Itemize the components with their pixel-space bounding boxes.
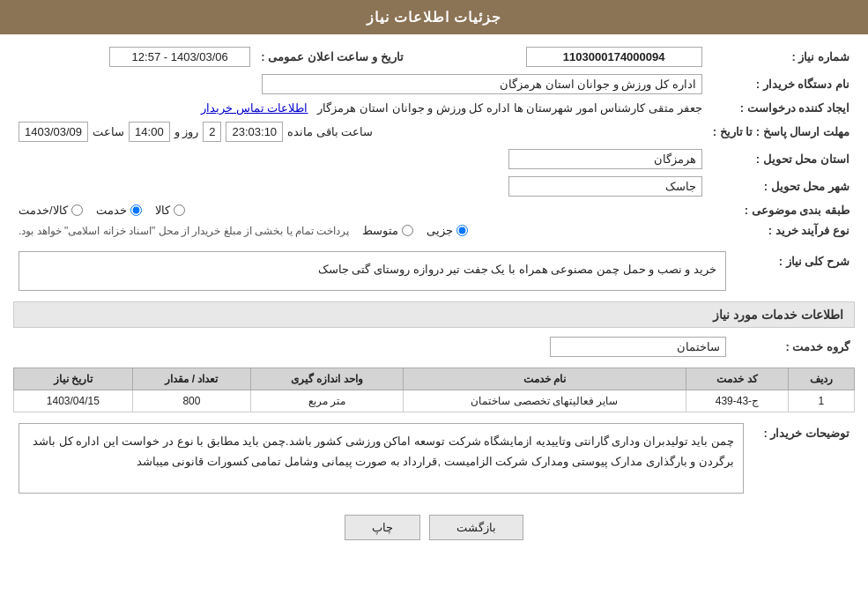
tabaqe-kala-label: کالا bbox=[155, 204, 170, 217]
mohlat-date-box: 1403/03/09 bbox=[19, 122, 88, 142]
page-header: جزئیات اطلاعات نیاز bbox=[0, 0, 868, 34]
mohlat-roz-label: روز و bbox=[174, 125, 199, 138]
nov-radio-group: پرداخت تمام یا بخشی از مبلغ خریدار از مح… bbox=[19, 224, 702, 237]
nam-dastgah-value: اداره کل ورزش و جوانان استان هرمزگان bbox=[13, 71, 708, 98]
mohlat-label: مهلت ارسال پاسخ : تا تاریخ : bbox=[708, 118, 855, 145]
nov-jazii-item: جزیی bbox=[427, 224, 468, 237]
notes-text: چمن باید تولیدبران وداری گارانتی وتاییدی… bbox=[33, 434, 734, 468]
nov-label: نوع فرآیند خرید : bbox=[708, 220, 855, 241]
sharh-text: خرید و نصب و حمل چمن مصنوعی همراه با یک … bbox=[318, 263, 716, 276]
nov-description: پرداخت تمام یا بخشی از مبلغ خریدار از مح… bbox=[19, 225, 349, 237]
sharh-box: خرید و نصب و حمل چمن مصنوعی همراه با یک … bbox=[19, 251, 726, 291]
tabaqe-kala-radio[interactable] bbox=[174, 204, 185, 216]
tabaqe-label: طبقه بندی موضوعی : bbox=[708, 200, 855, 220]
col-kod: کد خدمت bbox=[686, 368, 788, 390]
ostan-label: استان محل تحویل : bbox=[708, 145, 855, 173]
group-table: گروه خدمت : ساختمان bbox=[13, 333, 855, 360]
tabaqe-kala-khadamat-radio[interactable] bbox=[71, 204, 83, 216]
cell-tarikh: 1403/04/15 bbox=[14, 390, 133, 412]
cell-tedad: 800 bbox=[132, 390, 251, 412]
col-radif: ردیف bbox=[788, 368, 854, 390]
mohlat-day-box: 2 bbox=[203, 122, 221, 142]
nov-motavasset-label: متوسط bbox=[362, 224, 398, 237]
nov-value: پرداخت تمام یا بخشی از مبلغ خریدار از مح… bbox=[13, 220, 708, 241]
tarikh-value: 1403/03/06 - 12:57 bbox=[13, 43, 256, 71]
col-nam: نام خدمت bbox=[403, 368, 686, 390]
shahr-box: جاسک bbox=[508, 176, 702, 197]
notes-table: توضیحات خریدار : چمن باید تولیدبران ودار… bbox=[13, 420, 855, 497]
cell-nam: سایر فعالیتهای تخصصی ساختمان bbox=[403, 390, 686, 412]
header-title: جزئیات اطلاعات نیاز bbox=[367, 10, 502, 25]
ijad-label: ایجاد کننده درخواست : bbox=[708, 98, 855, 118]
mohlat-remaining-box: 23:03:10 bbox=[226, 122, 283, 142]
cell-radif: 1 bbox=[788, 390, 854, 412]
sharh-value-cell: خرید و نصب و حمل چمن مصنوعی همراه با یک … bbox=[13, 248, 731, 294]
mohlat-remaining-label: ساعت باقی مانده bbox=[287, 125, 373, 138]
ijad-link[interactable]: اطلاعات تماس خریدار bbox=[201, 101, 308, 115]
ostan-value: هرمزگان bbox=[13, 145, 708, 173]
tabaqe-kala-khadamat-item: کالا/خدمت bbox=[19, 204, 83, 217]
page-wrapper: جزئیات اطلاعات نیاز شماره نیاز : 1103000… bbox=[0, 0, 868, 609]
group-box: ساختمان bbox=[550, 337, 726, 357]
mohlat-time-row: 1403/03/09 ساعت 14:00 روز و 2 23:03:10 س… bbox=[19, 122, 702, 142]
sharh-table: شرح کلی نیاز : خرید و نصب و حمل چمن مصنو… bbox=[13, 248, 855, 294]
tarikh-box: 1403/03/06 - 12:57 bbox=[109, 47, 250, 67]
group-value-cell: ساختمان bbox=[13, 333, 731, 360]
chap-button[interactable]: چاپ bbox=[345, 515, 420, 540]
nov-motavasset-radio[interactable] bbox=[402, 225, 413, 236]
tarikh-label: تاریخ و ساعت اعلان عمومی : bbox=[256, 43, 408, 71]
nov-motavasset-item: متوسط bbox=[362, 224, 413, 237]
tabaqe-kala-khadamat-label: کالا/خدمت bbox=[19, 204, 68, 217]
shahr-label: شهر محل تحویل : bbox=[708, 173, 855, 200]
mohlat-time-box: 14:00 bbox=[129, 122, 170, 142]
ijad-value: جعفر متقی کارشناس امور شهرستان ها اداره … bbox=[13, 98, 708, 118]
tabaqe-value: کالا/خدمت خدمت کالا bbox=[13, 200, 708, 220]
shmare-niyaz-value: 1103000174000094 bbox=[409, 43, 708, 71]
tabaqe-radio-group: کالا/خدمت خدمت کالا bbox=[19, 204, 702, 217]
section2-title: اطلاعات خدمات مورد نیاز bbox=[713, 308, 843, 322]
notes-label: توضیحات خریدار : bbox=[749, 420, 855, 497]
tabaqe-khadamat-item: خدمت bbox=[96, 204, 142, 217]
grid-header-row: ردیف کد خدمت نام خدمت واحد اندازه گیری ت… bbox=[14, 368, 855, 390]
section2-header: اطلاعات خدمات مورد نیاز bbox=[13, 301, 855, 328]
nam-dastgah-box: اداره کل ورزش و جوانان استان هرمزگان bbox=[262, 74, 702, 94]
tabaqe-khadamat-radio[interactable] bbox=[130, 204, 142, 216]
grid-body: 1 ج-43-439 سایر فعالیتهای تخصصی ساختمان … bbox=[14, 390, 855, 412]
shmare-niyaz-label: شماره نیاز : bbox=[708, 43, 855, 71]
group-label: گروه خدمت : bbox=[731, 333, 855, 360]
col-vahed: واحد اندازه گیری bbox=[251, 368, 403, 390]
shahr-value: جاسک bbox=[13, 173, 708, 200]
notes-value-cell: چمن باید تولیدبران وداری گارانتی وتاییدی… bbox=[13, 420, 749, 497]
cell-vahed: متر مربع bbox=[251, 390, 403, 412]
tabaqe-khadamat-label: خدمت bbox=[96, 204, 127, 217]
nov-jazii-radio[interactable] bbox=[456, 225, 468, 236]
bazgasht-button[interactable]: بازگشت bbox=[429, 515, 523, 540]
main-content: شماره نیاز : 1103000174000094 تاریخ و سا… bbox=[0, 34, 868, 562]
col-tarikh: تاریخ نیاز bbox=[14, 368, 133, 390]
mohlat-row: 1403/03/09 ساعت 14:00 روز و 2 23:03:10 س… bbox=[13, 118, 708, 145]
shmare-niyaz-box: 1103000174000094 bbox=[526, 47, 702, 67]
nov-jazii-label: جزیی bbox=[427, 224, 453, 237]
top-info-table: شماره نیاز : 1103000174000094 تاریخ و سا… bbox=[13, 43, 855, 241]
table-row: 1 ج-43-439 سایر فعالیتهای تخصصی ساختمان … bbox=[14, 390, 855, 412]
notes-box: چمن باید تولیدبران وداری گارانتی وتاییدی… bbox=[19, 423, 744, 494]
ijad-text: جعفر متقی کارشناس امور شهرستان ها اداره … bbox=[317, 101, 701, 115]
col-tedad: تعداد / مقدار bbox=[132, 368, 251, 390]
button-row: بازگشت چاپ bbox=[13, 504, 855, 553]
mohlat-saat-label: ساعت bbox=[93, 125, 124, 138]
sharh-label: شرح کلی نیاز : bbox=[731, 248, 855, 294]
cell-kod: ج-43-439 bbox=[686, 390, 788, 412]
services-grid: ردیف کد خدمت نام خدمت واحد اندازه گیری ت… bbox=[13, 368, 855, 412]
tabaqe-kala-item: کالا bbox=[155, 204, 185, 217]
ostan-box: هرمزگان bbox=[508, 149, 702, 169]
nam-dastgah-label: نام دستگاه خریدار : bbox=[708, 71, 855, 98]
